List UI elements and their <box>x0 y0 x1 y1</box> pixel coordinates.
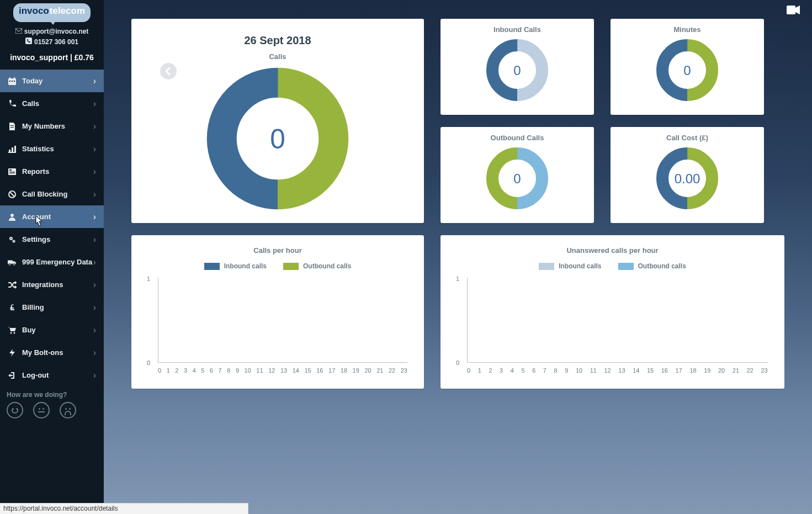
xtick: 9 <box>236 367 239 374</box>
logout-icon <box>8 371 17 380</box>
svg-rect-1 <box>15 28 22 34</box>
contact-phone: 01527 306 001 <box>34 37 78 47</box>
svg-rect-14 <box>12 147 13 152</box>
chevron-right-icon: › <box>93 303 96 312</box>
cogs-icon <box>8 235 17 244</box>
nav-item-my-bolt-ons[interactable]: My Bolt-ons› <box>0 341 104 364</box>
nav-item-billing[interactable]: Billing› <box>0 296 104 319</box>
contact-email-row[interactable]: support@invoco.net <box>0 27 104 37</box>
nav-label: Log-out <box>22 371 49 379</box>
contact-block: support@invoco.net 01527 306 001 <box>0 27 104 47</box>
xtick: 20 <box>364 367 371 374</box>
nav-label: Account <box>22 213 51 221</box>
file-icon <box>8 122 17 131</box>
xtick: 2 <box>175 367 178 374</box>
xtick: 12 <box>268 367 275 374</box>
smiley-happy[interactable] <box>7 402 23 418</box>
logo-text-1: invoco <box>19 6 49 17</box>
donut-small-value: 0 <box>513 63 521 78</box>
unanswered-legend: Inbound callsOutbound calls <box>441 262 784 270</box>
nav-item-integrations[interactable]: Integrations› <box>0 273 104 296</box>
sidebar: invoco telecom support@invoco.net 01527 … <box>0 0 104 514</box>
user-icon <box>8 213 17 221</box>
nav-label: Integrations <box>22 280 63 289</box>
nav-item-999-emergency-data[interactable]: 999 Emergency Data› <box>0 251 104 273</box>
legend-label: Outbound calls <box>303 262 351 270</box>
nav-item-my-numbers[interactable]: My Numbers› <box>0 115 104 137</box>
nav-label: 999 Emergency Data <box>22 258 92 266</box>
unanswered-title: Unanswered calls per hour <box>441 246 784 255</box>
legend-item: Inbound calls <box>204 262 267 270</box>
chevron-right-icon: › <box>93 325 96 335</box>
feedback-smileys <box>0 402 104 425</box>
xtick: 6 <box>532 367 535 374</box>
xtick: 11 <box>256 367 263 374</box>
nav-item-buy[interactable]: Buy› <box>0 319 104 341</box>
xtick: 0 <box>467 367 470 374</box>
small-card-title: Outbound Calls <box>441 134 594 142</box>
card-calls-today: 26 Sept 2018 Calls 0 <box>131 19 424 223</box>
xtick: 9 <box>565 367 568 374</box>
svg-rect-8 <box>12 81 13 82</box>
chevron-right-icon: › <box>93 99 96 109</box>
xtick: 7 <box>543 367 546 374</box>
cart-icon <box>8 326 17 335</box>
calendar-icon <box>8 77 17 86</box>
nav-item-call-blocking[interactable]: Call Blocking› <box>0 183 104 205</box>
previous-day-button[interactable] <box>160 63 177 80</box>
smiley-sad[interactable] <box>60 402 76 418</box>
xtick: 16 <box>661 367 668 374</box>
svg-point-29 <box>13 263 15 266</box>
xtick: 4 <box>511 367 514 374</box>
legend-item: Outbound calls <box>283 262 351 270</box>
contact-phone-row[interactable]: 01527 306 001 <box>0 37 104 47</box>
ytick-bottom: 0 <box>456 359 459 366</box>
legend-label: Outbound calls <box>638 262 686 270</box>
shuffle-icon <box>8 280 17 289</box>
xtick: 19 <box>704 367 710 374</box>
svg-rect-19 <box>9 173 15 173</box>
phone-icon <box>8 99 17 108</box>
user-balance-line: invoco_support | £0.76 <box>0 53 104 62</box>
card-minutes: Minutes0 <box>611 19 764 115</box>
xtick: 19 <box>353 367 359 374</box>
nav: Today›Calls›My Numbers›Statistics›Report… <box>0 70 104 386</box>
legend-swatch <box>204 263 220 270</box>
small-card-title: Inbound Calls <box>441 25 594 34</box>
svg-line-21 <box>10 192 14 197</box>
nav-label: My Bolt-ons <box>22 348 63 357</box>
nav-label: Reports <box>22 167 49 176</box>
logo-text-2: telecom <box>50 6 85 17</box>
legend-label: Inbound calls <box>224 262 267 270</box>
xtick: 13 <box>618 367 625 374</box>
chevron-right-icon: › <box>93 167 96 177</box>
ytick-top: 1 <box>456 275 459 282</box>
card-unanswered-per-hour: Unanswered calls per hour Inbound callsO… <box>441 235 784 389</box>
card-date: 26 Sept 2018 <box>131 34 424 47</box>
chevron-right-icon: › <box>93 212 96 222</box>
nav-item-log-out[interactable]: Log-out› <box>0 364 104 386</box>
svg-rect-2 <box>25 38 32 44</box>
nav-item-statistics[interactable]: Statistics› <box>0 137 104 160</box>
smiley-neutral[interactable] <box>33 402 50 418</box>
xtick: 7 <box>219 367 222 374</box>
svg-point-26 <box>13 241 14 242</box>
nav-item-calls[interactable]: Calls› <box>0 92 104 115</box>
chevron-right-icon: › <box>93 235 96 245</box>
xtick: 20 <box>718 367 725 374</box>
xtick: 5 <box>201 367 204 374</box>
xtick: 22 <box>389 367 395 374</box>
nav-item-settings[interactable]: Settings› <box>0 228 104 251</box>
logo[interactable]: invoco telecom <box>0 0 104 23</box>
nav-item-today[interactable]: Today› <box>0 70 104 92</box>
svg-rect-18 <box>9 172 15 172</box>
chevron-right-icon: › <box>93 280 96 290</box>
card-call-cost-: Call Cost (£)0.00 <box>611 127 764 223</box>
xtick: 3 <box>184 367 187 374</box>
svg-rect-7 <box>9 81 10 82</box>
nav-item-reports[interactable]: Reports› <box>0 160 104 183</box>
nav-item-account[interactable]: Account› <box>0 205 104 228</box>
nav-label: Calls <box>22 99 39 108</box>
block-icon <box>8 190 17 199</box>
svg-point-31 <box>14 332 15 333</box>
